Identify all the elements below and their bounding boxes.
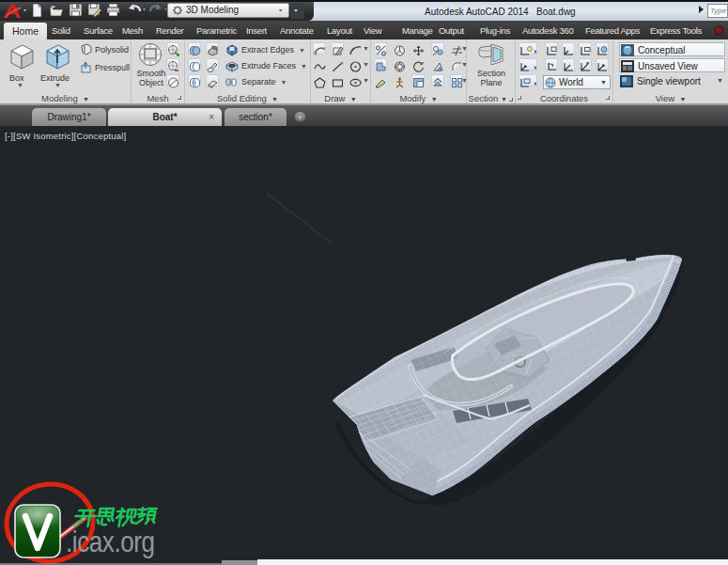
svg-text:z: z [587,61,590,66]
svg-text:.icax.org: .icax.org [66,526,155,558]
